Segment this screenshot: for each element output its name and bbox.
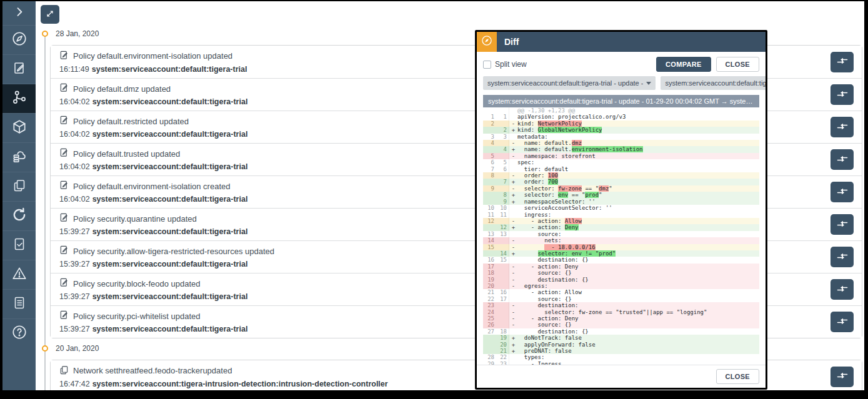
new-line-number: 7 xyxy=(496,179,509,185)
compare-button[interactable] xyxy=(831,247,854,267)
sidebar-item-alerts[interactable] xyxy=(2,260,36,289)
new-line-number xyxy=(496,322,509,328)
diff-line: 14 + selector: env != "prod" xyxy=(483,250,759,257)
diff-marker xyxy=(509,159,517,165)
compare-arrows-icon xyxy=(836,284,849,295)
policy-edit-icon xyxy=(59,116,69,127)
left-revision-select[interactable]: system:serviceaccount:default:tigera-tri… xyxy=(483,76,656,90)
warning-triangle-icon xyxy=(11,265,27,284)
timeline-dot-icon xyxy=(42,345,48,352)
row-account: system:serviceaccount:default:tigera-tri… xyxy=(92,195,248,204)
diff-marker: - xyxy=(509,244,517,250)
diff-marker: - xyxy=(509,121,517,127)
compare-button[interactable] xyxy=(831,149,854,170)
diff-line: 2 - kind: NetworkPolicy xyxy=(483,121,759,127)
diff-marker: - xyxy=(509,185,517,192)
old-line-number: 14 xyxy=(483,237,496,244)
sidebar-item-compliance[interactable] xyxy=(2,230,36,260)
diff-marker xyxy=(509,205,517,211)
compare-button[interactable] xyxy=(831,214,854,235)
diff-line-content: selector: env != "prod" xyxy=(517,250,759,257)
policy-edit-icon xyxy=(59,180,69,192)
row-main: Policy default.environment-isolation upd… xyxy=(59,51,247,74)
policy-edit-icon xyxy=(59,148,69,159)
compare-button[interactable] xyxy=(831,279,854,300)
row-title: Network setthreatfeed.feodo-trackerupdat… xyxy=(73,366,232,375)
sidebar-item-help[interactable] xyxy=(2,318,36,348)
compare-arrows-icon xyxy=(836,317,849,328)
sidebar-item-policies[interactable] xyxy=(2,54,36,84)
policy-edit-icon xyxy=(59,310,69,322)
sidebar-item-network-activity[interactable] xyxy=(2,84,36,113)
row-time: 15:39:27 xyxy=(59,292,90,301)
diff-marker xyxy=(509,231,517,237)
diff-line: 21 16 - action: Allow xyxy=(483,289,759,295)
diff-line-content: - action: Deny xyxy=(517,315,759,322)
network-graph-icon xyxy=(11,89,27,108)
compare-button[interactable] xyxy=(831,117,854,137)
old-line-number: 28 xyxy=(483,354,496,360)
sidebar-item-collapse[interactable] xyxy=(2,1,36,25)
diff-marker: + xyxy=(509,146,517,152)
split-view-checkbox[interactable] xyxy=(483,61,491,69)
old-line-number: 15 xyxy=(483,244,496,250)
close-button[interactable]: CLOSE xyxy=(716,57,759,72)
sidebar-item-refresh[interactable] xyxy=(2,201,36,230)
diff-line: 17 - - action: Deny xyxy=(483,264,759,270)
policy-edit-icon xyxy=(59,278,69,289)
right-revision-select[interactable]: system:serviceaccount:default:tigera-tri… xyxy=(661,76,766,90)
diff-line-content: destination: {} xyxy=(517,277,759,283)
old-line-number: 4 xyxy=(483,140,496,146)
date-label: 28 Jan, 2020 xyxy=(56,29,99,38)
row-title: Policy default.dmz updated xyxy=(73,84,171,94)
new-line-number: 1 xyxy=(496,114,509,120)
compare-arrows-icon xyxy=(836,371,849,382)
sidebar-item-logs[interactable] xyxy=(2,289,36,318)
sidebar-item-workloads[interactable] xyxy=(2,113,36,142)
compare-button[interactable] xyxy=(831,84,854,105)
diff-line-content: @@ -1,30 +1,23 @@ xyxy=(517,107,759,114)
split-view-toggle[interactable]: Split view xyxy=(483,60,527,69)
diff-line: 7 + order: 700 xyxy=(483,179,759,185)
diff-marker: - xyxy=(509,264,517,270)
new-line-number: 15 xyxy=(496,257,509,263)
diff-marker: + xyxy=(509,179,517,185)
row-main: Policy security.block-feodo updated 15:3… xyxy=(59,278,247,301)
chevron-right-icon xyxy=(13,6,26,21)
diff-code: @@ -1,30 +1,23 @@ 1 1 apiVersion: projec… xyxy=(483,107,759,365)
sidebar xyxy=(2,1,36,390)
diff-line: 22 17 source: {} xyxy=(483,296,759,302)
old-line-number: 11 xyxy=(483,212,496,218)
new-line-number xyxy=(496,277,509,283)
diff-line-content: destination: {} xyxy=(517,328,759,335)
new-line-number: 20 xyxy=(496,342,509,348)
sidebar-item-cloud-resources[interactable] xyxy=(2,142,36,172)
compare-button[interactable] xyxy=(831,52,854,72)
row-main: Policy default.dmz updated 16:04:02syste… xyxy=(59,83,247,106)
diff-line-content: metadata: xyxy=(517,134,759,140)
expand-button[interactable] xyxy=(41,5,59,24)
compare-arrows-icon xyxy=(836,154,849,165)
cloud-stack-icon xyxy=(11,148,27,167)
new-line-number: 16 xyxy=(496,289,509,295)
row-title: Policy security.allow-tigera-restricted-… xyxy=(73,247,274,256)
sidebar-item-dashboard[interactable] xyxy=(2,25,36,54)
diff-line-content: - action: Deny xyxy=(517,224,759,230)
diff-line-content: doNotTrack: false xyxy=(517,335,759,341)
old-line-number xyxy=(483,250,496,257)
diff-line-content: namespaceSelector: '' xyxy=(517,199,759,205)
brand-logo xyxy=(477,32,497,52)
policy-edit-icon xyxy=(59,213,69,224)
compare-button[interactable] xyxy=(831,312,854,332)
new-line-number xyxy=(496,309,509,315)
diff-modal-footer: CLOSE xyxy=(477,365,766,388)
compare-button[interactable]: COMPARE xyxy=(656,57,711,72)
sidebar-item-copies[interactable] xyxy=(2,172,36,201)
date-label: 20 Jan, 2020 xyxy=(56,344,99,353)
new-line-number xyxy=(496,172,509,179)
footer-close-button[interactable]: CLOSE xyxy=(716,369,759,384)
diff-modal-body: Split view COMPARE CLOSE system:servicea… xyxy=(477,52,766,365)
row-main: Network setthreatfeed.feodo-trackerupdat… xyxy=(59,365,388,388)
compare-button[interactable] xyxy=(831,367,854,387)
compare-button[interactable] xyxy=(831,182,854,202)
